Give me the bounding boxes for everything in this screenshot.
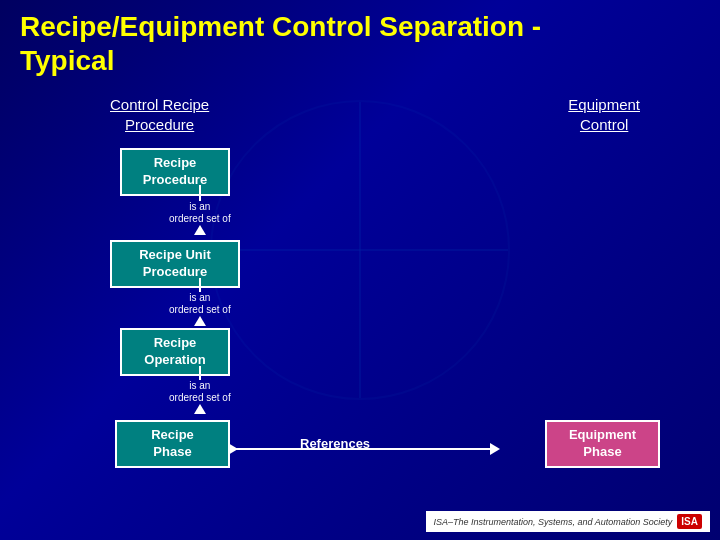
vline-top-2 xyxy=(199,278,201,292)
connector-label-2: is an ordered set of xyxy=(169,292,231,316)
title-line1: Recipe/Equipment Control Separation - xyxy=(20,10,541,44)
watermark-globe xyxy=(210,100,510,400)
vline-top-3 xyxy=(199,366,201,380)
slide: Recipe/Equipment Control Separation - Ty… xyxy=(0,0,720,540)
right-column-header: Equipment Control xyxy=(568,95,640,134)
arrow-right-from-phase xyxy=(228,443,238,455)
left-column-header: Control Recipe Procedure xyxy=(110,95,209,134)
isa-badge: ISA xyxy=(677,514,702,529)
connector-label-3: is an ordered set of xyxy=(169,380,231,404)
isa-footer: ISA–The Instrumentation, Systems, and Au… xyxy=(426,511,710,532)
arrow-3 xyxy=(194,404,206,414)
title-line2: Typical xyxy=(20,44,541,78)
recipe-phase-box: Recipe Phase xyxy=(115,420,230,468)
connector-label-1: is an ordered set of xyxy=(169,201,231,225)
arrow-2 xyxy=(194,316,206,326)
footer-text: ISA–The Instrumentation, Systems, and Au… xyxy=(434,517,673,527)
connector-3: is an ordered set of xyxy=(169,366,231,414)
slide-title: Recipe/Equipment Control Separation - Ty… xyxy=(20,10,541,77)
vline-top-1 xyxy=(199,185,201,199)
connector-2: is an ordered set of xyxy=(169,278,231,326)
connector-1: is an ordered set of xyxy=(169,185,231,235)
arrow-1 xyxy=(194,225,206,235)
arrow-right-to-equip xyxy=(490,443,500,455)
equipment-phase-box: Equipment Phase xyxy=(545,420,660,468)
references-label: References xyxy=(300,436,370,451)
